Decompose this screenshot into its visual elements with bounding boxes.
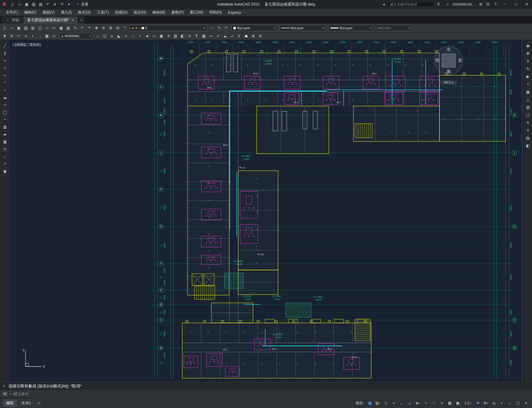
maximize-button[interactable]: □ bbox=[510, 0, 521, 9]
menu-insert[interactable]: 插入(I) bbox=[58, 9, 74, 16]
external-reference-icon[interactable]: ⊘ bbox=[257, 33, 264, 39]
linetype-dropdown-icon[interactable]: ▾ bbox=[322, 26, 324, 30]
trim-icon[interactable]: ✂ bbox=[15, 33, 22, 39]
zoom-icon[interactable]: ⚲ bbox=[524, 58, 532, 64]
copy-icon[interactable]: ▦ bbox=[58, 25, 65, 31]
undo-icon[interactable]: ↶ bbox=[79, 25, 86, 31]
share-button[interactable]: ↗ 共享 bbox=[73, 1, 91, 7]
hatch-icon[interactable]: ▨ bbox=[1, 124, 9, 130]
show-motion-icon[interactable]: ▶ bbox=[524, 73, 532, 80]
insert-block-icon[interactable]: ⊕ bbox=[250, 33, 257, 39]
explode-icon[interactable]: ✳ bbox=[165, 33, 172, 39]
grid-display-icon[interactable]: ▦ bbox=[366, 400, 373, 406]
annotation-monitor-icon[interactable]: ◎ bbox=[490, 400, 498, 406]
revision-cloud-icon[interactable]: ☁ bbox=[1, 94, 9, 101]
isometric-drafting-icon[interactable]: ◈▾ bbox=[414, 400, 421, 406]
layer-dropdown-icon[interactable]: ▾ bbox=[203, 26, 205, 30]
match-properties-icon[interactable]: ✎ bbox=[72, 25, 79, 31]
menu-file[interactable]: 文件(F) bbox=[3, 9, 21, 16]
model-tab[interactable]: 模型 bbox=[2, 399, 17, 407]
publish-icon[interactable]: ⌂ bbox=[44, 25, 50, 31]
zoom-previous-icon[interactable]: ⊟ bbox=[114, 25, 121, 31]
annotation-visibility-icon[interactable]: ✥ bbox=[474, 400, 482, 406]
minimize-button[interactable]: – bbox=[499, 0, 510, 9]
construction-line-icon[interactable]: ∥ bbox=[1, 50, 9, 56]
offset-icon[interactable]: ≍ bbox=[22, 33, 29, 39]
properties-icon[interactable]: ▤ bbox=[524, 135, 532, 141]
measure-icon[interactable]: △ bbox=[524, 96, 532, 103]
polar-tracking-icon[interactable]: ∠ bbox=[406, 400, 413, 406]
graphics-performance-icon[interactable]: ◒ bbox=[506, 400, 514, 406]
ortho-mode-icon[interactable]: ∟ bbox=[398, 400, 405, 406]
object-snap-tracking-icon[interactable]: + bbox=[422, 400, 429, 406]
sun-icon[interactable]: ☀ bbox=[524, 119, 532, 126]
help-icon[interactable]: ? bbox=[492, 1, 499, 7]
account-button[interactable]: ☺ 1505999135... bbox=[442, 1, 477, 7]
camera-icon[interactable]: ▢ bbox=[524, 112, 532, 118]
tab-start[interactable]: ⌂ 开始 bbox=[2, 17, 23, 24]
menu-tools[interactable]: 工具(T) bbox=[94, 9, 112, 16]
save-file-icon[interactable]: ▣ bbox=[23, 1, 30, 7]
menu-modify[interactable]: 修改(M) bbox=[150, 9, 168, 16]
point-icon[interactable]: • bbox=[137, 33, 144, 39]
save-as-icon[interactable]: ▥ bbox=[22, 25, 29, 31]
save-as-icon[interactable]: ▥ bbox=[30, 1, 37, 7]
redo-icon[interactable]: ↷ bbox=[59, 1, 65, 7]
plot-icon[interactable]: ▤ bbox=[37, 1, 44, 7]
color-combo[interactable]: ByLayer ▾ bbox=[231, 25, 277, 31]
menu-edit[interactable]: 编辑(E) bbox=[21, 9, 39, 16]
point-icon[interactable]: • bbox=[1, 116, 9, 123]
menu-dimension[interactable]: 标注(N) bbox=[131, 9, 149, 16]
line-icon[interactable]: ╱ bbox=[1, 42, 9, 49]
region-icon[interactable]: ▰ bbox=[144, 33, 151, 39]
menu-express[interactable]: Express bbox=[225, 10, 244, 15]
lineweight-dropdown-icon[interactable]: ▾ bbox=[370, 26, 372, 30]
paste-icon[interactable]: ▧ bbox=[65, 25, 72, 31]
chamfer-icon[interactable]: ◣ bbox=[116, 33, 122, 39]
lineweight-combo[interactable]: ByLayer ▾ bbox=[329, 25, 373, 31]
open-file-icon[interactable]: ▱ bbox=[16, 1, 23, 7]
table-icon[interactable]: ▦ bbox=[200, 33, 207, 39]
divide-icon[interactable]: ∴ bbox=[130, 33, 136, 39]
palettes-icon[interactable]: ◧ bbox=[524, 142, 532, 149]
section-icon[interactable]: ▥ bbox=[524, 104, 532, 110]
hatch-icon[interactable]: ▨ bbox=[172, 33, 179, 39]
open-icon[interactable]: ▱ bbox=[8, 25, 15, 31]
style-dropdown-icon[interactable]: ▾ bbox=[89, 34, 91, 38]
menu-view[interactable]: 视图(V) bbox=[40, 9, 57, 16]
rotate-icon[interactable]: ↻ bbox=[8, 33, 15, 39]
boundary-icon[interactable]: ▭ bbox=[151, 33, 158, 39]
wipeout-icon[interactable]: ▱ bbox=[229, 33, 235, 39]
command-close-icon[interactable]: ✕ bbox=[2, 384, 5, 388]
blend-icon[interactable]: ∿ bbox=[123, 33, 129, 39]
block-icon[interactable]: ▣ bbox=[1, 168, 9, 174]
menu-format[interactable]: 格式(O) bbox=[75, 9, 93, 16]
selection-cycling-icon[interactable]: ▣ bbox=[454, 400, 461, 406]
clean-screen-icon[interactable]: ▢ bbox=[514, 400, 522, 406]
orbit-icon[interactable]: ↻ bbox=[524, 65, 532, 72]
leader-icon[interactable]: ↗ bbox=[215, 33, 221, 39]
annotation-scale-icon[interactable]: 1:1▾ bbox=[462, 400, 474, 406]
infer-constraints-icon[interactable]: ◇ bbox=[382, 400, 389, 406]
menu-parametric[interactable]: 参数(P) bbox=[169, 9, 187, 16]
mtext-icon[interactable]: ¶ bbox=[193, 33, 200, 39]
layout1-tab[interactable]: 布局1 bbox=[18, 399, 35, 407]
menu-window[interactable]: 窗口(W) bbox=[187, 9, 206, 16]
new-tab-button[interactable]: + bbox=[78, 17, 85, 24]
autodesk-account-icon[interactable]: Ⓐ bbox=[485, 1, 491, 7]
zoom-realtime-icon[interactable]: ⚲ bbox=[100, 25, 107, 31]
close-button[interactable]: ✕ bbox=[522, 0, 532, 9]
cut-icon[interactable]: ✂ bbox=[51, 25, 57, 31]
spline-icon[interactable]: ≈ bbox=[1, 101, 9, 108]
model-space-icon[interactable]: 模型 bbox=[353, 400, 365, 406]
menu-draw[interactable]: 绘图(D) bbox=[112, 9, 130, 16]
plotstyle-dropdown-icon[interactable]: ▾ bbox=[408, 26, 410, 30]
field-icon[interactable]: # bbox=[236, 33, 242, 39]
layer-previous-icon[interactable]: ↶ bbox=[223, 25, 230, 31]
tab-document[interactable]: 某七层综合楼通风设计图* ✕ bbox=[23, 17, 78, 24]
gradient-icon[interactable]: ◧ bbox=[179, 33, 186, 39]
array-icon[interactable]: ▩ bbox=[44, 33, 50, 39]
join-icon[interactable]: ∪ bbox=[108, 33, 115, 39]
new-icon[interactable]: ▯ bbox=[1, 25, 8, 31]
group-icon[interactable]: ▣ bbox=[158, 33, 165, 39]
